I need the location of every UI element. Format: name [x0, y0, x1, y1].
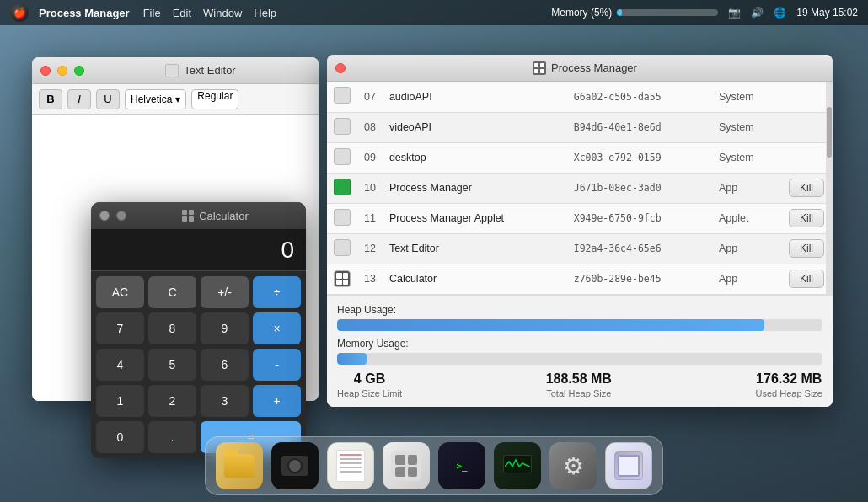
kill-button-12[interactable]: Kill: [789, 239, 824, 258]
camera-icon[interactable]: 📷: [728, 7, 741, 19]
calc-multiply-button[interactable]: ×: [253, 312, 301, 344]
dock-item-monitor[interactable]: [494, 442, 541, 489]
underline-button[interactable]: U: [96, 89, 120, 109]
calculator-display: 0: [91, 229, 306, 271]
calculator-icon: [391, 451, 421, 481]
kill-button-11[interactable]: Kill: [789, 209, 824, 227]
table-row: 08 videoAPI B94d6-40e1-8e6d System: [327, 112, 833, 142]
calc-4-button[interactable]: 4: [96, 349, 144, 381]
memory-label: Memory (5%): [551, 7, 612, 19]
memory-usage-row: Memory Usage:: [337, 338, 822, 365]
calculator-close-button[interactable]: [99, 211, 110, 221]
dock-item-browser[interactable]: [605, 442, 652, 489]
table-row: 11 Process Manager Applet X949e-6750-9fc…: [327, 203, 833, 233]
menubar: 🍎 Process Manager File Edit Window Help …: [0, 0, 868, 25]
pm-stats: 4 GB Heap Size Limit 188.58 MB Total Hea…: [337, 371, 822, 398]
menu-window[interactable]: Window: [203, 7, 242, 19]
memory-bar: [337, 353, 822, 365]
italic-button[interactable]: I: [67, 89, 91, 109]
dock-item-settings[interactable]: ⚙: [549, 442, 597, 489]
calc-2-button[interactable]: 2: [148, 385, 196, 417]
terminal-icon: >_: [456, 461, 467, 472]
gear-icon: ⚙: [563, 452, 584, 480]
calc-8-button[interactable]: 8: [148, 312, 196, 344]
memory-bar-fill: [337, 353, 367, 365]
memory-indicator: Memory (5%): [551, 7, 718, 19]
camera-icon: [281, 456, 308, 476]
calc-subtract-button[interactable]: -: [253, 349, 301, 381]
browser-icon: [614, 451, 643, 480]
calc-9-button[interactable]: 9: [201, 312, 249, 344]
process-table: 07 audioAPI G6a02-c505-da55 System 08 vi…: [327, 82, 833, 295]
apple-menu-icon[interactable]: 🍎: [10, 3, 29, 22]
chevron-down-icon: ▾: [175, 93, 180, 105]
table-row: 12 Text Editor I92a4-36c4-65e6 App Kill: [327, 233, 833, 264]
heap-bar: [337, 319, 822, 331]
heap-size-limit-stat: 4 GB Heap Size Limit: [337, 371, 402, 398]
calculator-title: Calculator: [133, 210, 297, 222]
process-icon: [334, 239, 351, 256]
process-manager-title: Process Manager: [346, 61, 824, 75]
calculator-window: Calculator 0 AC C +/- ÷ 7 8 9 × 4 5 6 - …: [91, 202, 306, 458]
calc-3-button[interactable]: 3: [201, 385, 249, 417]
calc-6-button[interactable]: 6: [201, 349, 249, 381]
volume-icon[interactable]: 🔊: [751, 7, 764, 19]
heap-usage-label: Heap Usage:: [337, 304, 822, 316]
process-icon: [334, 270, 351, 287]
calc-7-button[interactable]: 7: [96, 312, 144, 344]
process-icon: [334, 209, 351, 226]
calc-0-button[interactable]: 0: [96, 421, 144, 453]
bold-button[interactable]: B: [39, 89, 62, 109]
folder-icon: [224, 454, 255, 478]
calc-add-button[interactable]: +: [253, 385, 301, 417]
process-manager-close-button[interactable]: [335, 63, 346, 73]
menu-edit[interactable]: Edit: [173, 7, 191, 19]
calc-5-button[interactable]: 5: [148, 349, 196, 381]
memory-bar-fill: [617, 9, 622, 16]
pm-scrollbar[interactable]: [826, 82, 833, 295]
text-editor-title-icon: [165, 64, 179, 77]
process-manager-window: Process Manager 07 audioAPI G6a02-c505-d…: [327, 55, 833, 407]
total-heap-stat: 188.58 MB Total Heap Size: [546, 371, 612, 398]
calculator-title-icon: [182, 210, 194, 222]
dock-item-text-editor[interactable]: [327, 442, 374, 489]
text-editor-maximize-button[interactable]: [74, 66, 84, 76]
text-editor-minimize-button[interactable]: [57, 66, 67, 76]
process-icon: [334, 148, 351, 165]
dock-item-folder[interactable]: [216, 442, 263, 489]
kill-button-13[interactable]: Kill: [789, 270, 824, 288]
text-editor-close-button[interactable]: [40, 66, 51, 76]
calc-ac-button[interactable]: AC: [96, 276, 144, 308]
calc-negate-button[interactable]: +/-: [201, 276, 249, 308]
calc-1-button[interactable]: 1: [96, 385, 144, 417]
process-manager-titlebar: Process Manager: [327, 55, 833, 82]
memory-bar: [617, 9, 718, 16]
monitor-icon: [503, 455, 532, 477]
calculator-buttons: AC C +/- ÷ 7 8 9 × 4 5 6 - 1 2 3 + 0 . =: [91, 271, 306, 458]
pm-scrollbar-thumb[interactable]: [827, 107, 832, 158]
globe-icon[interactable]: 🌐: [774, 7, 786, 19]
calc-c-button[interactable]: C: [148, 276, 196, 308]
kill-button-10[interactable]: Kill: [789, 179, 824, 197]
menubar-right: Memory (5%) 📷 🔊 🌐 19 May 15:02: [551, 7, 858, 19]
dock-item-camera[interactable]: [271, 442, 319, 489]
dock-item-calculator[interactable]: [383, 442, 430, 489]
datetime: 19 May 15:02: [796, 7, 858, 19]
dock-item-terminal[interactable]: >_: [438, 442, 485, 489]
font-select[interactable]: Helvetica ▾: [125, 89, 186, 109]
pm-table-area: 07 audioAPI G6a02-c505-da55 System 08 vi…: [327, 82, 833, 295]
monitor-wave-icon: [505, 458, 530, 470]
used-heap-stat: 176.32 MB Used Heap Size: [756, 371, 823, 398]
weight-select[interactable]: Regular: [191, 89, 238, 109]
menu-file[interactable]: File: [143, 7, 161, 19]
calc-decimal-button[interactable]: .: [148, 421, 196, 453]
menu-help[interactable]: Help: [254, 7, 276, 19]
calculator-minimize-button[interactable]: [116, 211, 126, 221]
calc-divide-button[interactable]: ÷: [253, 276, 301, 308]
monitor-screen: [503, 455, 532, 473]
text-editor-titlebar: Text Editor: [32, 57, 319, 84]
heap-usage-row: Heap Usage:: [337, 304, 822, 331]
table-row: 07 audioAPI G6a02-c505-da55 System: [327, 82, 833, 112]
memory-usage-label: Memory Usage:: [337, 338, 822, 350]
menubar-app-name[interactable]: Process Manager: [39, 7, 130, 19]
